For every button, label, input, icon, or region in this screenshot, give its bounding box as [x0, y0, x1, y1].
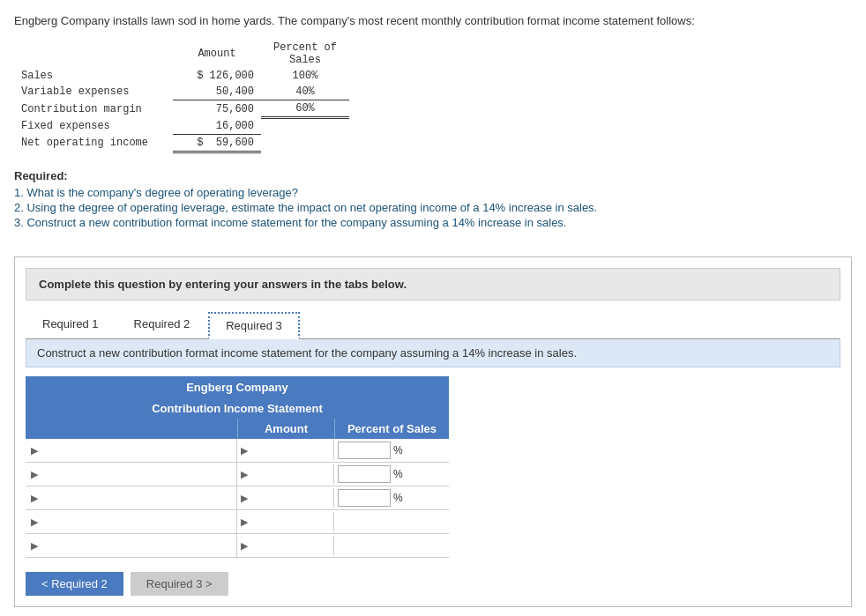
arrow-icon-2: ▶ — [31, 469, 38, 479]
arrow-icon-5a: ▶ — [241, 540, 248, 551]
row2-percent-input[interactable] — [338, 465, 391, 483]
required-item-2: 2. Using the degree of operating leverag… — [14, 201, 852, 214]
intro-text: Engberg Company installs lawn sod in hom… — [14, 14, 852, 27]
amount-header: Amount — [173, 40, 261, 68]
percent-symbol-2: % — [393, 468, 403, 480]
arrow-icon-4a: ▶ — [241, 516, 248, 527]
row3-percent-input[interactable] — [338, 489, 391, 507]
table-row: ▶ ▶ — [26, 534, 449, 558]
arrow-icon-2a: ▶ — [241, 469, 248, 479]
sales-label: Sales — [14, 68, 173, 84]
tab-required-1[interactable]: Required 1 — [26, 311, 116, 338]
arrow-icon-5: ▶ — [31, 540, 38, 551]
row5-label-input[interactable] — [41, 538, 212, 553]
row3-label-input[interactable] — [41, 490, 212, 506]
income-statement-table: Amount Percent of Sales Sales $ 126,000 … — [14, 40, 349, 153]
row5-amount-input[interactable] — [251, 538, 323, 553]
tab-required-2[interactable]: Required 2 — [117, 311, 207, 338]
table-row: ▶ ▶ % — [26, 439, 449, 463]
tabs-container: Required 1 Required 2 Required 3 — [26, 311, 840, 339]
required-section: Required: 1. What is the company's degre… — [14, 169, 852, 229]
percent-symbol-1: % — [393, 444, 403, 456]
contribution-table: Engberg Company Contribution Income Stat… — [26, 376, 449, 558]
percent-header-line2: Sales — [289, 54, 321, 66]
row2-amount-input[interactable] — [251, 466, 323, 482]
row4-label-input[interactable] — [41, 514, 212, 530]
required-item-3: 3. Construct a new contribution format i… — [14, 216, 852, 229]
tab-required-3[interactable]: Required 3 — [208, 312, 300, 339]
question-container: Complete this question by entering your … — [14, 256, 852, 607]
row4-amount-input[interactable] — [251, 514, 323, 530]
contribution-margin-percent: 60% — [261, 100, 349, 118]
table-row: ▶ ▶ % — [26, 486, 449, 510]
sales-percent: 100% — [261, 68, 349, 84]
sales-amount: $ 126,000 — [173, 68, 261, 84]
row3-amount-input[interactable] — [251, 490, 323, 506]
instruction-box: Complete this question by entering your … — [26, 268, 840, 301]
contribution-margin-amount: 75,600 — [173, 100, 261, 118]
row1-percent-input[interactable] — [338, 442, 391, 459]
row2-label-input[interactable] — [41, 466, 212, 482]
column-headers: Amount Percent of Sales — [26, 419, 449, 439]
fixed-expenses-label: Fixed expenses — [14, 118, 173, 135]
table-row: ▶ ▶ — [26, 510, 449, 534]
required-item-1: 1. What is the company's degree of opera… — [14, 186, 852, 199]
company-name-header: Engberg Company — [26, 376, 449, 398]
percent-symbol-3: % — [393, 492, 403, 504]
net-operating-income-amount: $ 59,600 — [173, 134, 261, 152]
required-title: Required: — [14, 169, 852, 182]
net-operating-income-label: Net operating income — [14, 134, 173, 152]
arrow-icon-4: ▶ — [31, 516, 38, 527]
variable-expenses-amount: 50,400 — [173, 84, 261, 100]
percent-header-line1: Percent of — [273, 41, 337, 54]
arrow-icon-1a: ▶ — [241, 445, 248, 456]
nav-buttons: < Required 2 Required 3 > — [26, 572, 840, 596]
statement-title-header: Contribution Income Statement — [26, 398, 449, 419]
amount-col-header: Amount — [237, 419, 334, 439]
row1-amount-input[interactable] — [251, 442, 323, 458]
variable-expenses-percent: 40% — [261, 84, 349, 100]
table-row: ▶ ▶ % — [26, 463, 449, 486]
row1-label-input[interactable] — [41, 442, 212, 458]
fixed-expenses-amount: 16,000 — [173, 118, 261, 135]
contribution-margin-label: Contribution margin — [14, 100, 173, 118]
arrow-icon-3: ▶ — [31, 493, 38, 503]
arrow-icon-3a: ▶ — [241, 493, 248, 503]
next-button[interactable]: Required 3 > — [131, 572, 228, 596]
arrow-icon-1: ▶ — [31, 445, 38, 456]
tab-description: Construct a new contribution format inco… — [26, 339, 840, 367]
prev-button[interactable]: < Required 2 — [26, 572, 123, 596]
variable-expenses-label: Variable expenses — [14, 84, 173, 100]
percent-col-header: Percent of Sales — [334, 419, 449, 439]
